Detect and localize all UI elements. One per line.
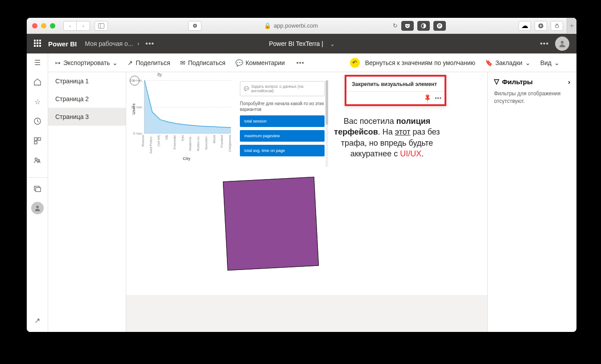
page-tab-2[interactable]: Страница 2: [48, 90, 126, 108]
filter-icon: ▽: [494, 78, 499, 86]
menu-icon[interactable]: ☰: [33, 58, 42, 67]
comment-icon: 💬: [244, 86, 249, 91]
close-icon[interactable]: [32, 23, 37, 29]
pin-more-icon[interactable]: •••: [435, 95, 442, 102]
maximize-icon[interactable]: [50, 23, 55, 29]
avatar[interactable]: [555, 37, 569, 51]
recent-icon[interactable]: [33, 117, 42, 126]
back-button[interactable]: ‹: [63, 21, 77, 31]
chevron-down-icon: ⌄: [112, 59, 118, 66]
expand-icon[interactable]: ↗: [33, 316, 42, 325]
browser-titlebar: ‹ › ⚙ 🔒 app.powerbi.com ↻ P ☁ +: [27, 18, 576, 34]
chart-title: ity: [157, 72, 162, 77]
lock-icon: 🔒: [264, 22, 271, 29]
shared-icon[interactable]: [33, 156, 42, 165]
svg-rect-9: [34, 138, 37, 140]
share-icon[interactable]: [551, 21, 563, 31]
downloads-icon[interactable]: [535, 21, 547, 31]
minimize-icon[interactable]: [41, 23, 46, 29]
forward-button[interactable]: ›: [77, 21, 90, 31]
x-tick: Ufa: [165, 135, 168, 140]
share-button[interactable]: ↗Поделиться: [128, 59, 170, 66]
qa-scrollbar[interactable]: [325, 80, 328, 167]
svg-point-12: [35, 158, 37, 160]
pages-panel: Страница 1 Страница 2 Страница 3: [48, 72, 126, 332]
refresh-icon[interactable]: ↻: [393, 22, 398, 29]
cloud-icon[interactable]: ☁: [519, 21, 531, 31]
undo-icon: ↶: [350, 58, 360, 68]
pocket-icon[interactable]: [401, 21, 414, 31]
x-tick: Novosibir..: [205, 135, 208, 150]
filters-header[interactable]: ▽Фильтры ›: [494, 78, 570, 86]
qa-hint: Попробуйте для начала какой-то из этих в…: [240, 101, 325, 112]
page-tab-1[interactable]: Страница 1: [48, 72, 126, 90]
chevron-down-icon: ⌄: [554, 59, 560, 66]
x-tick: (not set): [157, 135, 160, 147]
chevron-right-icon: ›: [137, 41, 139, 47]
brand-label[interactable]: Power BI: [48, 40, 77, 48]
page-tab-3[interactable]: Страница 3: [48, 108, 126, 126]
rail-avatar[interactable]: [31, 202, 44, 214]
address-bar[interactable]: 🔒 app.powerbi.com ↻: [264, 22, 398, 29]
x-tick: Frankfurt: [220, 135, 223, 147]
comments-button[interactable]: 💬Комментарии: [235, 59, 285, 66]
star-icon[interactable]: ☆: [33, 97, 42, 106]
canvas-page: ← ity Users 100 тыс. 50 тыс. 0 тыс.: [126, 72, 487, 295]
header-more-icon[interactable]: •••: [540, 40, 549, 48]
x-tick: Minsk: [213, 135, 216, 143]
chart-plot: 100 тыс. 50 тыс. 0 тыс. MoscowSaint Pete…: [144, 80, 231, 134]
report-title[interactable]: Power BI TexTerra | ⌄: [269, 40, 334, 47]
sidebar-toggle-button[interactable]: [95, 21, 108, 31]
new-tab-button[interactable]: +: [567, 18, 576, 34]
export-button[interactable]: ↦Экспортировать⌄: [55, 59, 118, 66]
qa-suggestion-2[interactable]: total avg. time on page: [240, 145, 325, 156]
browser-window: ‹ › ⚙ 🔒 app.powerbi.com ↻ P ☁ + Power BI…: [27, 18, 576, 332]
left-nav-rail: ☰ ☆ ↗: [27, 53, 48, 332]
home-icon[interactable]: [33, 78, 42, 86]
extension-icon-1[interactable]: [417, 21, 430, 31]
qa-suggestion-1[interactable]: maximum pageview: [240, 130, 325, 142]
breadcrumb-more-icon[interactable]: •••: [145, 40, 154, 48]
filters-empty-text: Фильтры для отображения отсутствуют.: [494, 90, 570, 105]
svg-point-13: [38, 160, 40, 161]
app-launcher-icon[interactable]: [34, 40, 42, 48]
interface-police-text: Вас посетила полиция терфейсов. На этот …: [329, 116, 445, 159]
qa-suggestion-0[interactable]: total session: [240, 115, 325, 127]
chevron-right-icon: ›: [568, 78, 570, 86]
bookmarks-button[interactable]: 🔖Закладки⌄: [485, 59, 531, 66]
subscribe-button[interactable]: ✉Подписаться: [180, 59, 226, 66]
workspaces-icon[interactable]: [33, 184, 42, 193]
comment-icon: 💬: [235, 59, 243, 66]
x-tick: Krasnodar: [173, 135, 176, 149]
workspace-breadcrumb[interactable]: Моя рабочая о...: [85, 40, 133, 47]
chevron-down-icon: ⌄: [525, 59, 531, 66]
purple-shape[interactable]: [223, 177, 319, 270]
export-icon: ↦: [55, 59, 61, 66]
svg-rect-0: [99, 23, 104, 28]
x-tick: Moscow: [141, 135, 144, 147]
qa-input[interactable]: 💬 Задать вопрос о данных (на английском): [240, 81, 325, 96]
pin-tooltip: Закрепить визуальный элемент 📌 •••: [345, 75, 446, 106]
svg-rect-15: [36, 188, 41, 192]
reset-button[interactable]: ↶Вернуться к значениям по умолчанию: [350, 58, 475, 68]
bookmark-icon: 🔖: [485, 59, 493, 66]
svg-point-7: [561, 41, 564, 44]
pinterest-icon[interactable]: P: [433, 21, 446, 31]
gear-icon[interactable]: ⚙: [188, 21, 202, 31]
x-axis-label: City: [183, 156, 190, 161]
scroll-thumb[interactable]: [325, 80, 328, 125]
apps-icon[interactable]: [33, 136, 42, 145]
pin-icon[interactable]: 📌: [422, 93, 432, 103]
filters-panel: ▽Фильтры › Фильтры для отображения отсут…: [487, 72, 576, 332]
users-by-city-chart[interactable]: ity Users 100 тыс. 50 тыс. 0 тыс. Moscow…: [132, 72, 232, 168]
rail-separator: [27, 177, 48, 214]
pin-tooltip-text: Закрепить визуальный элемент: [352, 81, 439, 87]
svg-rect-10: [38, 138, 41, 140]
actionbar-more-icon[interactable]: •••: [296, 59, 305, 66]
chevron-down-icon: ⌄: [330, 41, 334, 47]
view-button[interactable]: Вид⌄: [540, 59, 560, 66]
mail-icon: ✉: [180, 59, 185, 66]
x-tick: Saint Peters..: [149, 135, 152, 154]
svg-text:P: P: [438, 24, 441, 28]
svg-point-16: [36, 206, 39, 209]
